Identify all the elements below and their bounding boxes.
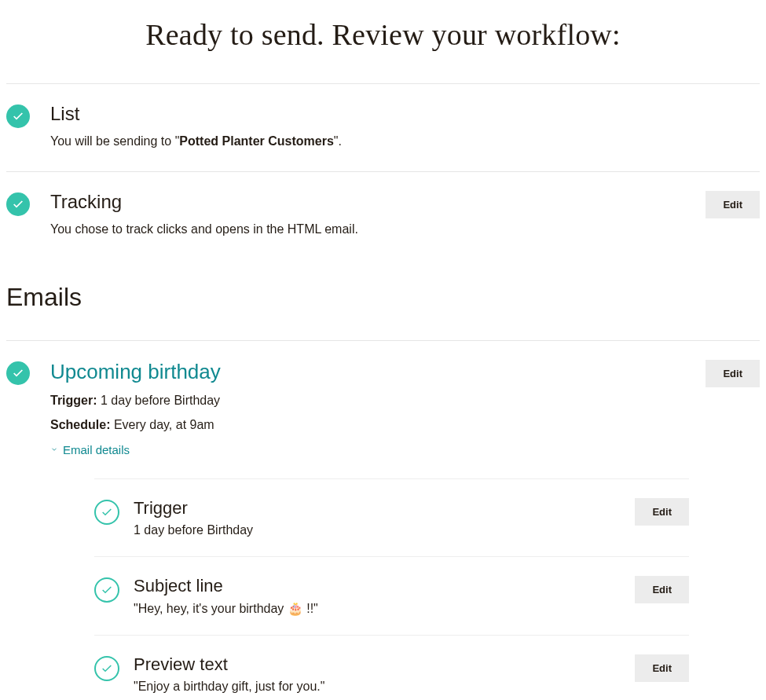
subsection-trigger: Trigger 1 day before Birthday Edit (94, 478, 689, 556)
check-icon (6, 104, 30, 128)
subsection-preview: Preview text "Enjoy a birthday gift, jus… (94, 635, 689, 694)
list-name: Potted Planter Customers (179, 134, 333, 148)
subsection-subject: Subject line "Hey, hey, it's your birthd… (94, 556, 689, 635)
subject-label: Subject line (134, 576, 618, 596)
edit-preview-button[interactable]: Edit (635, 654, 689, 682)
section-email-upcoming-birthday: Upcoming birthday Trigger: 1 day before … (6, 340, 760, 695)
tracking-label: Tracking (50, 191, 689, 214)
section-tracking: Tracking You chose to track clicks and o… (6, 171, 760, 259)
email-details-toggle[interactable]: Email details (50, 443, 130, 456)
preview-label: Preview text (134, 654, 618, 675)
list-description: You will be sending to "Potted Planter C… (50, 132, 689, 151)
email-details-panel: Trigger 1 day before Birthday Edit Subje… (94, 478, 689, 694)
check-outline-icon (94, 500, 119, 525)
trigger-label: Trigger (134, 498, 618, 519)
edit-tracking-button[interactable]: Edit (706, 191, 760, 218)
check-outline-icon (94, 577, 119, 603)
email-schedule-line: Schedule: Every day, at 9am (50, 415, 689, 435)
edit-subject-button[interactable]: Edit (635, 576, 689, 603)
subject-desc: "Hey, hey, it's your birthday 🎂 !!" (134, 601, 618, 616)
edit-email-button[interactable]: Edit (706, 360, 760, 387)
trigger-desc: 1 day before Birthday (134, 523, 618, 537)
preview-desc: "Enjoy a birthday gift, just for you." (134, 680, 618, 694)
chevron-down-icon (50, 445, 58, 453)
edit-trigger-button[interactable]: Edit (635, 498, 689, 526)
email-trigger-line: Trigger: 1 day before Birthday (50, 390, 689, 411)
emails-heading: Emails (6, 283, 760, 312)
check-icon (6, 192, 30, 216)
check-outline-icon (94, 656, 119, 681)
email-title[interactable]: Upcoming birthday (50, 360, 689, 384)
tracking-description: You chose to track clicks and opens in t… (50, 220, 689, 239)
page-title: Ready to send. Review your workflow: (6, 17, 760, 52)
list-label: List (50, 103, 689, 126)
section-list: List You will be sending to "Potted Plan… (6, 83, 760, 171)
check-icon (6, 361, 30, 385)
